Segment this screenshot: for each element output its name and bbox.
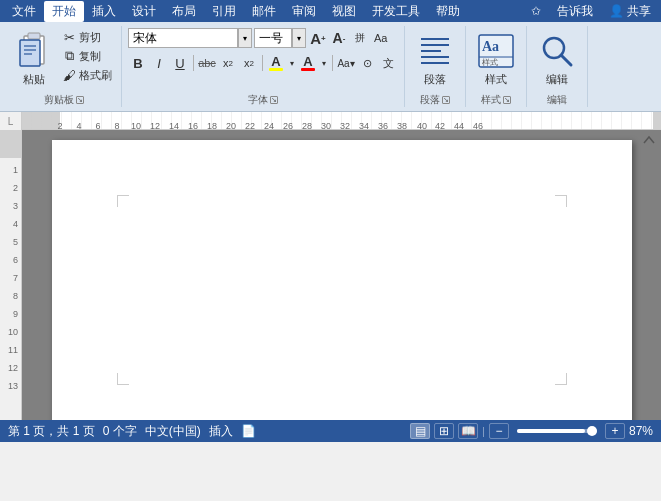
paragraph-button[interactable]: 段落	[411, 28, 459, 89]
highlight-icon: A	[271, 55, 280, 68]
corner-mark-tl	[117, 195, 129, 207]
ribbon-group-font: 宋体 ▾ 一号 ▾ A+ A- 拼	[122, 26, 405, 107]
highlight-color-bar	[269, 68, 283, 71]
underline-button[interactable]: U	[170, 53, 190, 73]
font-size-input[interactable]: 一号	[254, 28, 292, 48]
italic-button[interactable]: I	[149, 53, 169, 73]
menu-item-references[interactable]: 引用	[204, 1, 244, 22]
font-size-combo[interactable]: 一号 ▾	[254, 28, 306, 48]
font-color-button[interactable]: A	[298, 53, 318, 73]
styles-icon: Aa 样式	[476, 30, 516, 72]
font-name-combo[interactable]: 宋体 ▾	[128, 28, 252, 48]
paste-icon	[16, 30, 52, 72]
styles-expand-icon[interactable]: ↘	[503, 96, 511, 104]
font-format-row: B I U abc x2 x2 A ▾	[128, 53, 398, 73]
ruler-label-30: 30	[321, 121, 331, 130]
v-ruler-label-10: 10	[8, 327, 18, 337]
highlight-button[interactable]: A	[266, 53, 286, 73]
styles-button[interactable]: Aa 样式 样式	[472, 28, 520, 89]
font-color-dropdown[interactable]: ▾	[319, 53, 329, 73]
format-paint-button[interactable]: 🖌 格式刷	[58, 66, 115, 84]
document-content[interactable]	[122, 200, 562, 400]
paste-button[interactable]: 粘贴	[12, 28, 56, 89]
v-ruler-label-2: 2	[13, 183, 18, 193]
font-name-dropdown[interactable]: ▾	[238, 28, 252, 48]
ribbon-collapse-button[interactable]	[641, 132, 657, 148]
para-group-content: 段落	[411, 26, 459, 91]
web-layout-button[interactable]: ⊞	[434, 423, 454, 439]
font-size-buttons: A+ A- 拼 Aa	[308, 28, 391, 48]
superscript-button[interactable]: x2	[239, 53, 259, 73]
word-count: 0 个字	[103, 423, 137, 440]
share-button[interactable]: 👤 共享	[603, 1, 657, 22]
ruler-label-32: 32	[340, 121, 350, 130]
document-page[interactable]	[52, 140, 632, 420]
phonetic-guide-button[interactable]: 拼	[350, 28, 370, 48]
format-divider-1	[193, 55, 194, 71]
menu-item-help[interactable]: 帮助	[428, 1, 468, 22]
circle-char-button[interactable]: ⊙	[357, 53, 377, 73]
change-case-button[interactable]: Aa▾	[336, 53, 356, 73]
zoom-slider[interactable]	[517, 429, 597, 433]
cut-button[interactable]: ✂ 剪切	[58, 28, 115, 46]
copy-button[interactable]: ⧉ 复制	[58, 47, 115, 65]
ruler-label-26: 26	[283, 121, 293, 130]
svg-text:Aa: Aa	[482, 39, 499, 54]
edit-icon	[537, 30, 577, 72]
horizontal-ruler: L 2 4 6 8 10 12 14 16 18 20 22 24 26 28 …	[0, 112, 661, 130]
ruler-label-4: 4	[76, 121, 81, 130]
zoom-out-button[interactable]: −	[489, 423, 509, 439]
format-paint-label: 格式刷	[79, 68, 112, 83]
font-group-content: 宋体 ▾ 一号 ▾ A+ A- 拼	[128, 26, 398, 91]
macro-icon[interactable]: 📄	[241, 424, 256, 438]
status-bar: 第 1 页，共 1 页 0 个字 中文(中国) 插入 📄 ▤ ⊞ 📖 | − +…	[0, 420, 661, 442]
format-paint-icon: 🖌	[61, 67, 77, 83]
ruler-label-22: 22	[245, 121, 255, 130]
zoom-slider-thumb[interactable]	[587, 426, 597, 436]
menu-item-file[interactable]: 文件	[4, 1, 44, 22]
menu-item-design[interactable]: 设计	[124, 1, 164, 22]
clear-format-button[interactable]: Aa	[371, 28, 391, 48]
zoom-slider-fill	[517, 429, 585, 433]
font-size-down-button[interactable]: A-	[329, 28, 349, 48]
font-expand-icon[interactable]: ↘	[270, 96, 278, 104]
ruler-main: 2 4 6 8 10 12 14 16 18 20 22 24 26 28 30…	[22, 112, 661, 130]
menu-item-layout[interactable]: 布局	[164, 1, 204, 22]
menu-item-home[interactable]: 开始	[44, 1, 84, 22]
highlight-dropdown[interactable]: ▾	[287, 53, 297, 73]
menu-item-insert[interactable]: 插入	[84, 1, 124, 22]
ruler-label-14: 14	[169, 121, 179, 130]
light-bulb-icon[interactable]: ✩	[525, 2, 547, 20]
v-ruler-label-8: 8	[13, 291, 18, 301]
font-size-up-button[interactable]: A+	[308, 28, 328, 48]
edit-button[interactable]: 编辑	[533, 28, 581, 89]
ruler-corner[interactable]: L	[0, 112, 22, 130]
page-count: 第 1 页，共 1 页	[8, 423, 95, 440]
styles-group-content: Aa 样式 样式	[472, 26, 520, 91]
menu-item-developer[interactable]: 开发工具	[364, 1, 428, 22]
ribbon-group-styles: Aa 样式 样式 样式 ↘	[466, 26, 527, 107]
ribbon: 粘贴 ✂ 剪切 ⧉ 复制 🖌 格式刷	[0, 22, 661, 112]
bold-button[interactable]: B	[128, 53, 148, 73]
menu-item-review[interactable]: 审阅	[284, 1, 324, 22]
menu-item-view[interactable]: 视图	[324, 1, 364, 22]
char-border-button[interactable]: 文	[378, 53, 398, 73]
strikethrough-button[interactable]: abc	[197, 53, 217, 73]
read-mode-button[interactable]: 📖	[458, 423, 478, 439]
zoom-in-button[interactable]: +	[605, 423, 625, 439]
menu-item-mail[interactable]: 邮件	[244, 1, 284, 22]
clipboard-expand-icon[interactable]: ↘	[76, 96, 84, 104]
paragraph-icon	[415, 30, 455, 72]
tell-me-item[interactable]: 告诉我	[551, 1, 599, 22]
zoom-percent[interactable]: 87%	[629, 424, 653, 438]
print-layout-button[interactable]: ▤	[410, 423, 430, 439]
input-mode[interactable]: 插入	[209, 423, 233, 440]
ruler-canvas: 2 4 6 8 10 12 14 16 18 20 22 24 26 28 30…	[22, 112, 661, 129]
subscript-button[interactable]: x2	[218, 53, 238, 73]
para-expand-icon[interactable]: ↘	[442, 96, 450, 104]
font-size-dropdown[interactable]: ▾	[292, 28, 306, 48]
svg-text:Aa: Aa	[374, 32, 388, 44]
font-name-input[interactable]: 宋体	[128, 28, 238, 48]
v-ruler-label-3: 3	[13, 201, 18, 211]
clipboard-small-buttons: ✂ 剪切 ⧉ 复制 🖌 格式刷	[58, 28, 115, 84]
